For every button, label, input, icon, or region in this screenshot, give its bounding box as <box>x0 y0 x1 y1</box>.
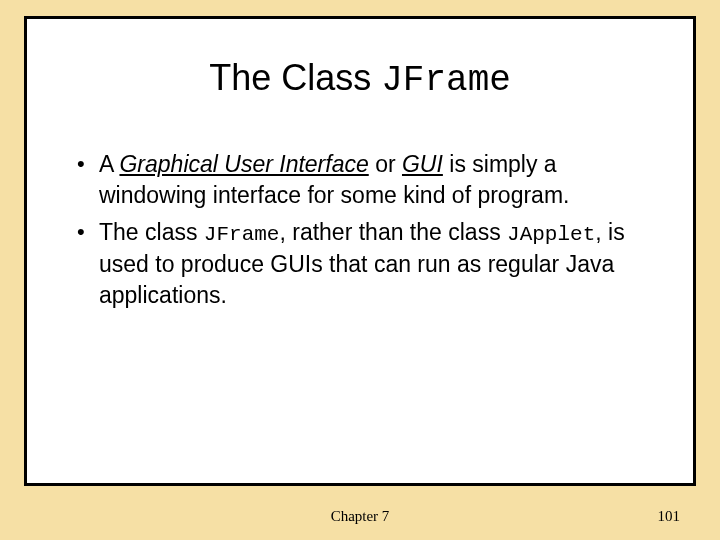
footer-chapter: Chapter 7 <box>0 508 720 525</box>
footer-page-number: 101 <box>658 508 681 525</box>
bullet-2: The class JFrame, rather than the class … <box>73 217 647 311</box>
b1-pre: A <box>99 151 119 177</box>
slide-title: The Class JFrame <box>27 57 693 101</box>
b2-code2: JApplet <box>507 223 595 246</box>
title-prefix: The Class <box>209 57 381 98</box>
slide-body: A Graphical User Interface or GUI is sim… <box>73 149 647 312</box>
b2-code1: JFrame <box>204 223 280 246</box>
bullet-1: A Graphical User Interface or GUI is sim… <box>73 149 647 211</box>
b1-mid: or <box>369 151 402 177</box>
b1-gui-abbr: GUI <box>402 151 443 177</box>
slide-frame: The Class JFrame A Graphical User Interf… <box>24 16 696 486</box>
b2-mid1: , rather than the class <box>279 219 507 245</box>
title-code: JFrame <box>381 60 511 101</box>
bullet-list: A Graphical User Interface or GUI is sim… <box>73 149 647 312</box>
slide-footer: Chapter 7 101 <box>0 508 720 528</box>
b1-gui-term: Graphical User Interface <box>119 151 368 177</box>
b2-pre: The class <box>99 219 204 245</box>
